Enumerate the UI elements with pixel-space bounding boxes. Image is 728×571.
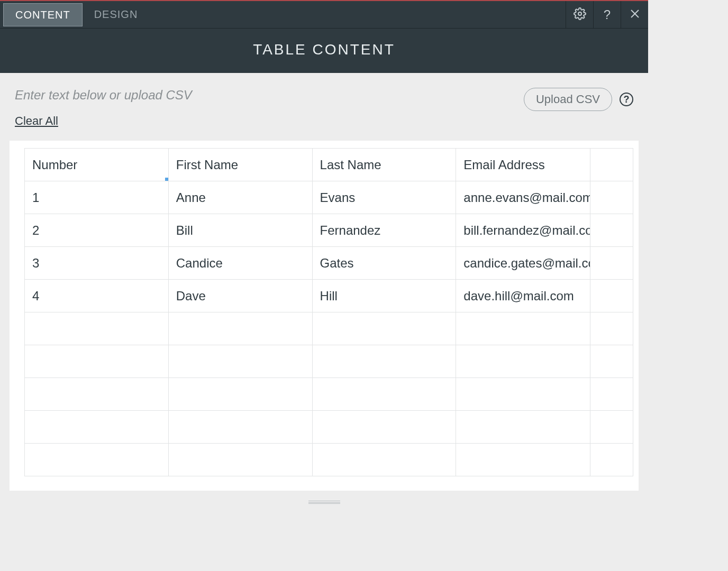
cell[interactable] — [456, 312, 590, 345]
cell[interactable] — [590, 181, 633, 214]
cell[interactable] — [25, 411, 169, 444]
cell[interactable] — [590, 280, 633, 312]
upload-csv-button[interactable]: Upload CSV — [524, 88, 612, 111]
cell[interactable] — [456, 378, 590, 411]
question-icon: ? — [624, 94, 630, 105]
grip-icon — [308, 501, 340, 504]
cell[interactable] — [25, 444, 169, 476]
inline-help-button[interactable]: ? — [620, 93, 633, 106]
cell[interactable]: 4 — [25, 280, 169, 312]
help-button[interactable]: ? — [593, 1, 621, 28]
cell[interactable] — [312, 378, 456, 411]
hint-text: Enter text below or upload CSV — [15, 88, 524, 103]
cell[interactable] — [590, 312, 633, 345]
cell[interactable] — [590, 378, 633, 411]
sheet-table[interactable]: NumberFirst NameLast NameEmail Address1A… — [24, 148, 633, 476]
table-row — [25, 411, 633, 444]
cell[interactable]: bill.fernandez@mail.com — [456, 214, 590, 247]
cell[interactable]: dave.hill@mail.com — [456, 280, 590, 312]
tab-content[interactable]: CONTENT — [3, 3, 83, 26]
cell[interactable] — [456, 444, 590, 476]
cell[interactable]: Number — [25, 149, 169, 181]
cell[interactable] — [312, 411, 456, 444]
header: CONTENT DESIGN ? TABLE CONTENT — [0, 1, 648, 73]
dialog-window: CONTENT DESIGN ? TABLE CONTENT Enter tex… — [0, 0, 648, 508]
cell[interactable]: 2 — [25, 214, 169, 247]
table-row: NumberFirst NameLast NameEmail Address — [25, 149, 633, 181]
cell[interactable]: Candice — [168, 247, 312, 280]
table-row — [25, 345, 633, 378]
cell[interactable]: First Name — [168, 149, 312, 181]
cell[interactable] — [25, 312, 169, 345]
cell[interactable]: Gates — [312, 247, 456, 280]
toolbar-left: Enter text below or upload CSV Clear All — [15, 88, 524, 128]
cell[interactable] — [590, 149, 633, 181]
cell[interactable] — [590, 247, 633, 280]
cell[interactable] — [590, 345, 633, 378]
dialog-title: TABLE CONTENT — [0, 29, 648, 73]
cell[interactable]: Hill — [312, 280, 456, 312]
table-row — [25, 444, 633, 476]
cell[interactable] — [590, 444, 633, 476]
cell[interactable]: Fernandez — [312, 214, 456, 247]
table-row — [25, 312, 633, 345]
table-row: 1AnneEvansanne.evans@mail.com — [25, 181, 633, 214]
table-row — [25, 378, 633, 411]
cell[interactable] — [168, 378, 312, 411]
cell[interactable] — [312, 312, 456, 345]
cell[interactable] — [168, 444, 312, 476]
cell[interactable] — [456, 411, 590, 444]
cell[interactable] — [456, 345, 590, 378]
spreadsheet: NumberFirst NameLast NameEmail Address1A… — [10, 141, 639, 491]
cell[interactable]: 3 — [25, 247, 169, 280]
cell[interactable] — [312, 444, 456, 476]
cell[interactable]: Bill — [168, 214, 312, 247]
close-button[interactable] — [621, 1, 648, 28]
cell[interactable] — [590, 214, 633, 247]
resize-handle[interactable] — [0, 497, 648, 508]
spacer — [149, 1, 566, 28]
gear-icon — [574, 7, 586, 22]
cell[interactable]: 1 — [25, 181, 169, 214]
tab-row: CONTENT DESIGN ? — [0, 1, 648, 29]
cell[interactable] — [25, 378, 169, 411]
close-icon — [629, 7, 641, 22]
table-row: 3CandiceGatescandice.gates@mail.com — [25, 247, 633, 280]
cell[interactable]: Evans — [312, 181, 456, 214]
cell[interactable]: Last Name — [312, 149, 456, 181]
clear-all-link[interactable]: Clear All — [15, 114, 58, 128]
cell[interactable] — [590, 411, 633, 444]
table-row: 4DaveHilldave.hill@mail.com — [25, 280, 633, 312]
cell[interactable]: anne.evans@mail.com — [456, 181, 590, 214]
question-icon: ? — [604, 7, 611, 22]
cell[interactable]: candice.gates@mail.com — [456, 247, 590, 280]
settings-button[interactable] — [566, 1, 593, 28]
tab-design[interactable]: DESIGN — [83, 1, 150, 28]
cell[interactable] — [168, 411, 312, 444]
table-row: 2BillFernandezbill.fernandez@mail.com — [25, 214, 633, 247]
cell[interactable] — [25, 345, 169, 378]
cell[interactable] — [168, 312, 312, 345]
svg-point-0 — [578, 12, 581, 15]
cell[interactable]: Dave — [168, 280, 312, 312]
cell[interactable]: Email Address — [456, 149, 590, 181]
cell[interactable]: Anne — [168, 181, 312, 214]
toolbar-right: Upload CSV ? — [524, 88, 633, 111]
cell[interactable] — [168, 345, 312, 378]
toolbar: Enter text below or upload CSV Clear All… — [0, 73, 648, 133]
cell[interactable] — [312, 345, 456, 378]
